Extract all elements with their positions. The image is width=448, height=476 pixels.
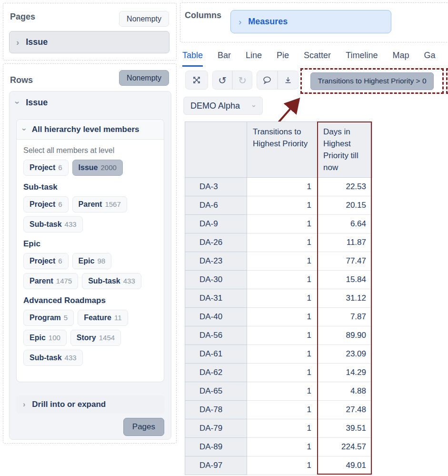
level-badge-parent[interactable]: Parent1475	[23, 273, 78, 289]
value-cell: 1	[247, 364, 318, 382]
level-badge-feature[interactable]: Feature11	[78, 310, 128, 326]
filter-button[interactable]: Transitions to Highest Priority > 0	[310, 72, 433, 90]
level-badge-issue[interactable]: Issue2000	[72, 160, 123, 176]
report-scope-dropdown[interactable]: DEMO Alpha ›	[183, 97, 263, 115]
badge-count: 11	[114, 314, 122, 322]
tab-pie[interactable]: Pie	[277, 51, 289, 67]
level-badge-story[interactable]: Story1454	[70, 330, 121, 346]
level-badge-project[interactable]: Project6	[23, 160, 69, 176]
columns-measures[interactable]: › Measures	[230, 10, 391, 33]
value-cell: 20.15	[318, 196, 372, 215]
row-label-cell[interactable]: DA-30	[185, 271, 247, 289]
pages-panel: Pages Nonempty › Issue	[3, 3, 177, 61]
row-label-cell[interactable]: DA-31	[185, 289, 247, 308]
level-badge-sub-task[interactable]: Sub-task433	[23, 216, 83, 233]
tab-ga[interactable]: Ga	[424, 51, 436, 67]
download-button[interactable]	[278, 71, 299, 90]
toolbar-group-history: ↺ ↻	[212, 71, 252, 90]
table-column-header	[185, 122, 247, 178]
value-cell: 22.53	[318, 178, 372, 196]
level-badge-project[interactable]: Project6	[23, 253, 69, 269]
value-cell: 1	[247, 345, 318, 364]
badge-label: Epic	[79, 257, 95, 265]
row-label-cell[interactable]: DA-65	[185, 382, 247, 401]
row-label-cell[interactable]: DA-3	[185, 178, 247, 196]
drill-into-expand[interactable]: › Drill into or expand	[16, 395, 164, 414]
table-row: DA-31131.12	[185, 289, 372, 308]
row-label-cell[interactable]: DA-26	[185, 233, 247, 252]
columns-panel-title: Columns	[185, 10, 221, 20]
level-badge-sub-task[interactable]: Sub-task433	[23, 350, 83, 366]
value-cell: 15.84	[318, 271, 372, 289]
row-label-cell[interactable]: DA-62	[185, 364, 247, 382]
table-row: DA-3122.53	[185, 178, 372, 196]
badge-label: Issue	[79, 163, 98, 172]
row-label-cell[interactable]: DA-9	[185, 215, 247, 233]
row-label-cell[interactable]: DA-61	[185, 345, 247, 364]
row-label-cell[interactable]: DA-79	[185, 419, 247, 438]
table-column-header: Days in Highest Priority till now	[318, 122, 372, 178]
badge-count: 1475	[56, 277, 72, 285]
table-row: DA-891224.57	[185, 438, 372, 456]
comment-button[interactable]	[257, 71, 278, 90]
level-badge-parent[interactable]: Parent1567	[72, 196, 127, 213]
toolbar-group-share	[257, 71, 299, 90]
row-label-cell[interactable]: DA-97	[185, 456, 247, 475]
table-body: DA-3122.53DA-6120.15DA-916.64DA-26111.87…	[185, 178, 372, 475]
chevron-right-icon: ›	[23, 401, 25, 408]
row-label-cell[interactable]: DA-89	[185, 438, 247, 456]
badge-label: Story	[77, 334, 96, 342]
row-label-cell[interactable]: DA-6	[185, 196, 247, 215]
value-cell: 1	[247, 308, 318, 326]
level-badge-epic[interactable]: Epic100	[23, 330, 67, 346]
level-badge-epic[interactable]: Epic98	[72, 253, 111, 269]
table-row: DA-79139.51	[185, 419, 372, 438]
tab-timeline[interactable]: Timeline	[346, 51, 378, 67]
badge-count: 6	[58, 257, 62, 265]
move-to-pages-button[interactable]: Pages	[123, 418, 164, 436]
comment-icon	[262, 76, 272, 84]
hierarchy-group-heading: Sub-task	[23, 182, 157, 192]
undo-button[interactable]: ↺	[212, 71, 232, 90]
rows-dimension-issue[interactable]: › Issue	[10, 91, 171, 113]
filter-annotation-box: Transitions to Highest Priority > 0	[300, 68, 444, 94]
value-cell: 4.88	[318, 382, 372, 401]
badge-label: Project	[30, 257, 55, 265]
pages-nonempty-button[interactable]: Nonempty	[119, 11, 169, 27]
badge-label: Sub-task	[30, 354, 62, 362]
tab-map[interactable]: Map	[392, 51, 409, 67]
tab-table[interactable]: Table	[182, 51, 203, 67]
level-badge-program[interactable]: Program5	[23, 310, 74, 326]
hierarchy-members-header[interactable]: › All hierarchy level members	[17, 120, 164, 140]
pages-dimension-issue[interactable]: › Issue	[9, 31, 169, 53]
value-cell: 1	[247, 233, 318, 252]
expand-button[interactable]	[185, 71, 208, 90]
value-cell: 31.12	[318, 289, 372, 308]
row-label-cell[interactable]: DA-23	[185, 252, 247, 271]
value-cell: 1	[247, 326, 318, 345]
level-badge-project[interactable]: Project6	[23, 196, 69, 213]
row-label-cell[interactable]: DA-56	[185, 326, 247, 345]
hierarchy-members-title: All hierarchy level members	[32, 125, 139, 134]
rows-nonempty-button[interactable]: Nonempty	[119, 70, 169, 86]
level-badge-sub-task[interactable]: Sub-task433	[82, 273, 141, 289]
value-cell: 1	[247, 215, 318, 233]
hierarchy-members-panel: › All hierarchy level members Select all…	[16, 119, 164, 382]
chevron-down-icon: ›	[20, 128, 29, 131]
tab-line[interactable]: Line	[246, 51, 262, 67]
table-row: DA-6120.15	[185, 196, 372, 215]
value-cell: 89.90	[318, 326, 372, 345]
columns-panel: Columns › Measures	[180, 2, 448, 42]
badge-count: 433	[65, 220, 77, 228]
chevron-down-icon: ›	[13, 101, 22, 104]
row-label-cell[interactable]: DA-40	[185, 308, 247, 326]
value-cell: 11.87	[318, 233, 372, 252]
badge-count: 1567	[105, 200, 120, 208]
redo-button[interactable]: ↻	[232, 71, 252, 90]
badge-count: 433	[65, 354, 77, 362]
tab-scatter[interactable]: Scatter	[304, 51, 331, 67]
row-label-cell[interactable]: DA-78	[185, 401, 247, 419]
table-column-header: Transitions to Highest Priority	[247, 122, 318, 178]
tab-bar[interactable]: Bar	[218, 51, 231, 67]
filter-annotation-box-clipped	[446, 68, 448, 94]
